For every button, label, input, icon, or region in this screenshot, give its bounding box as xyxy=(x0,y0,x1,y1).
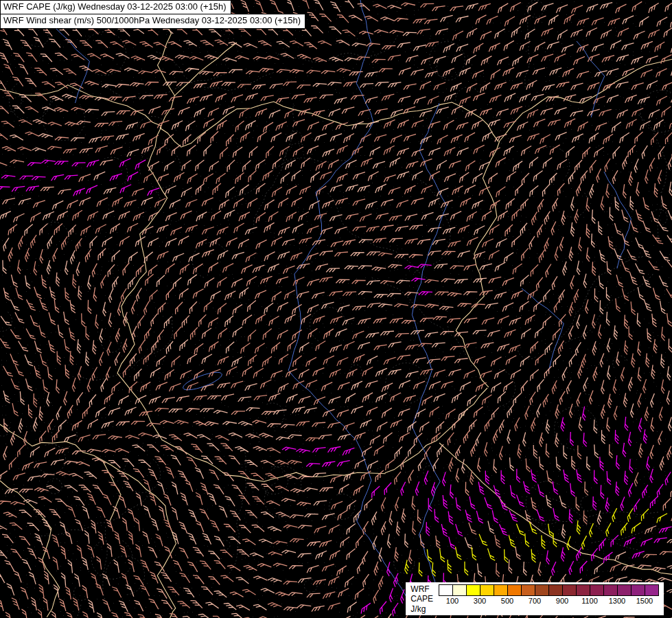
legend-tick: 1100 xyxy=(576,597,603,605)
legend-ticks: 100300500700900110013001500 xyxy=(439,597,659,605)
legend-swatch xyxy=(507,584,522,596)
legend-tick: 900 xyxy=(548,597,576,605)
legend-swatch xyxy=(439,584,453,596)
legend-tick: 700 xyxy=(521,597,548,605)
legend-swatch xyxy=(576,584,590,596)
legend-swatch xyxy=(521,584,535,596)
legend-swatch xyxy=(466,584,480,596)
legend-swatch xyxy=(452,584,467,596)
legend-swatch xyxy=(548,584,563,596)
legend-swatch xyxy=(494,584,508,596)
legend-swatch xyxy=(480,584,494,596)
legend-swatch xyxy=(617,584,632,596)
title-line-windshear: WRF Wind shear (m/s) 500/1000hPa Wednesd… xyxy=(0,14,305,28)
legend-tick: 1300 xyxy=(603,597,631,605)
legend-swatch xyxy=(590,584,604,596)
legend-tick: 300 xyxy=(466,597,494,605)
legend-tick: 1500 xyxy=(631,597,658,605)
legend-swatch xyxy=(645,584,659,596)
legend-model-label: WRF xyxy=(410,584,433,594)
legend-tick: 100 xyxy=(439,597,466,605)
legend-swatch xyxy=(535,584,549,596)
legend-units-label: J/kg xyxy=(410,604,433,614)
legend-swatch xyxy=(603,584,618,596)
legend-labels: WRF CAPE J/kg xyxy=(410,584,433,614)
legend-swatch xyxy=(631,584,645,596)
wrf-weather-map-page: WRF CAPE (J/kg) Wednesday 03-12-2025 03:… xyxy=(0,0,672,618)
weather-map-canvas xyxy=(0,0,672,618)
title-box: WRF CAPE (J/kg) Wednesday 03-12-2025 03:… xyxy=(0,0,305,29)
title-line-cape: WRF CAPE (J/kg) Wednesday 03-12-2025 03:… xyxy=(0,0,231,14)
legend-tick: 500 xyxy=(494,597,521,605)
legend-variable-label: CAPE xyxy=(410,594,433,604)
legend: WRF CAPE J/kg 10030050070090011001300150… xyxy=(406,582,664,615)
legend-colorbar xyxy=(439,584,659,596)
legend-swatch xyxy=(562,584,577,596)
legend-colorbar-area: 100300500700900110013001500 xyxy=(439,584,659,605)
